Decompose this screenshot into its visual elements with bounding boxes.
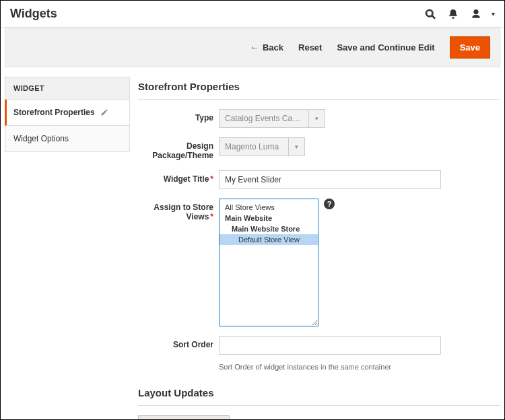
action-bar: ← Back Reset Save and Continue Edit Save: [5, 28, 500, 67]
type-select-value: Catalog Events Carousel: [220, 114, 308, 123]
label-sort-order: Sort Order: [138, 336, 219, 349]
store-view-option[interactable]: Main Website: [220, 213, 318, 223]
pencil-icon: [100, 108, 108, 116]
sidebar-item-label: Widget Options: [13, 134, 69, 143]
chevron-down-icon: ▾: [308, 110, 325, 127]
widget-title-input[interactable]: [219, 170, 441, 189]
sidebar-item-storefront-properties[interactable]: Storefront Properties: [5, 100, 130, 126]
page-title: Widgets: [10, 7, 57, 21]
account-icon[interactable]: [469, 7, 483, 22]
back-button[interactable]: ← Back: [250, 42, 283, 53]
store-view-option[interactable]: All Store Views: [220, 202, 318, 213]
type-select: Catalog Events Carousel ▾: [219, 109, 325, 128]
sidebar-item-label: Storefront Properties: [13, 108, 95, 117]
store-view-option[interactable]: Default Store View: [220, 234, 318, 245]
sidebar-header: WIDGET: [5, 77, 130, 100]
help-icon[interactable]: ?: [324, 199, 335, 209]
sort-order-input[interactable]: [219, 336, 441, 355]
sidebar-item-widget-options[interactable]: Widget Options: [5, 126, 130, 152]
store-views-multiselect[interactable]: All Store ViewsMain WebsiteMain Website …: [219, 199, 318, 326]
reset-button[interactable]: Reset: [298, 42, 322, 53]
label-widget-title: Widget Title*: [138, 170, 219, 184]
sort-order-hint: Sort Order of widget instances in the sa…: [219, 363, 500, 371]
theme-select-value: Magento Luma: [220, 142, 288, 151]
search-icon[interactable]: [423, 7, 438, 22]
back-button-label: Back: [263, 42, 283, 53]
save-button[interactable]: Save: [450, 36, 490, 59]
arrow-left-icon: ←: [250, 42, 259, 53]
section-layout-title: Layout Updates: [138, 383, 500, 406]
store-view-option[interactable]: Main Website Store: [220, 223, 318, 234]
save-continue-button[interactable]: Save and Continue Edit: [337, 42, 434, 53]
label-type: Type: [138, 109, 219, 123]
content: Storefront Properties Type Catalog Event…: [138, 77, 500, 420]
section-storefront-title: Storefront Properties: [138, 77, 500, 100]
notifications-icon[interactable]: [446, 7, 461, 22]
chevron-down-icon: ▾: [288, 138, 304, 155]
account-menu-caret-icon[interactable]: ▾: [492, 10, 495, 18]
sidebar: WIDGET Storefront Properties Widget Opti…: [5, 77, 130, 420]
label-store-views: Assign to Store Views*: [138, 199, 219, 221]
add-layout-update-button[interactable]: Add Layout Update: [138, 415, 230, 420]
label-theme: Design Package/Theme: [138, 137, 219, 161]
theme-select: Magento Luma ▾: [219, 137, 305, 156]
